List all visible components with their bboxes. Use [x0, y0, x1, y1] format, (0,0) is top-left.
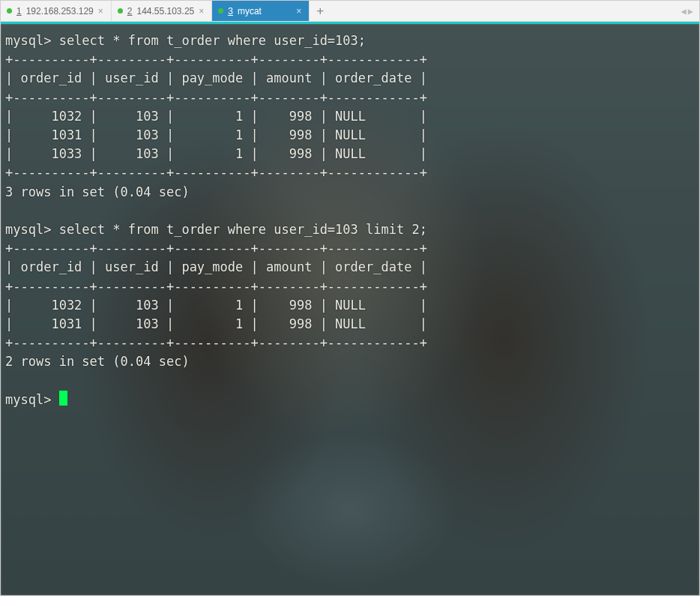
close-icon[interactable]: × [296, 6, 301, 16]
status-dot-icon [7, 8, 12, 13]
tab-index: 1 [16, 6, 22, 16]
status-dot-icon [118, 8, 123, 13]
tab-index: 3 [228, 6, 233, 16]
tab-index: 2 [127, 6, 133, 16]
tab-label: 144.55.103.25 [136, 6, 194, 16]
tabs-container: 1 192.168.253.129×2 144.55.103.25×3 myca… [1, 1, 310, 21]
tab-192-168-253-129[interactable]: 1 192.168.253.129× [1, 1, 112, 21]
chevron-left-icon: ◀ [681, 6, 687, 16]
tab-mycat[interactable]: 3 mycat× [212, 1, 310, 21]
new-tab-button[interactable]: + [310, 1, 331, 21]
terminal-cursor [59, 391, 67, 406]
tab-label: 192.168.253.129 [26, 6, 94, 16]
chevron-right-icon: ▶ [688, 6, 693, 16]
tab-nav-arrows[interactable]: ◀ ▶ [675, 1, 699, 21]
terminal-output: mysql> select * from t_order where user_… [1, 24, 699, 595]
status-dot-icon [218, 8, 223, 13]
tab-label: mycat [238, 6, 262, 16]
terminal-pane[interactable]: mysql> select * from t_order where user_… [1, 24, 699, 595]
tab-bar: 1 192.168.253.129×2 144.55.103.25×3 myca… [1, 1, 699, 22]
close-icon[interactable]: × [98, 6, 103, 16]
close-icon[interactable]: × [199, 6, 204, 16]
app-window: 1 192.168.253.129×2 144.55.103.25×3 myca… [0, 0, 700, 596]
tab-144-55-103-25[interactable]: 2 144.55.103.25× [112, 1, 212, 21]
